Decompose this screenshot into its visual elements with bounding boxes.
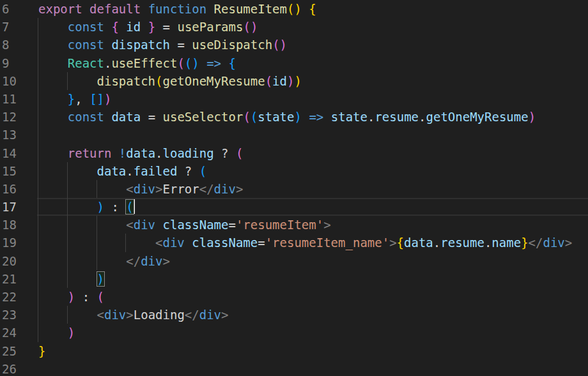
- whitespace: [155, 110, 162, 124]
- code-token-tag: >: [565, 236, 572, 250]
- line-number-20[interactable]: 20: [2, 252, 17, 270]
- code-line-18[interactable]: 18 <div className='resumeItem'>: [0, 216, 588, 234]
- whitespace: [185, 38, 192, 52]
- code-token-op: ?: [185, 164, 192, 178]
- code-text: const { id } = useParams(): [38, 18, 258, 36]
- code-token-op: .: [104, 56, 111, 70]
- line-number-15[interactable]: 15: [2, 162, 17, 180]
- code-line-24[interactable]: 24 ): [0, 324, 588, 342]
- code-token-b2: (: [243, 110, 250, 124]
- code-token-kw1: default: [89, 2, 141, 16]
- code-token-var: resume: [375, 110, 419, 124]
- whitespace: [302, 2, 309, 16]
- code-token-b3: (): [185, 56, 199, 70]
- whitespace: [170, 38, 177, 52]
- line-number-12[interactable]: 12: [2, 108, 17, 126]
- whitespace: [89, 290, 97, 304]
- whitespace: [229, 146, 236, 160]
- code-token-tag: <: [126, 218, 133, 232]
- whitespace: [192, 164, 199, 178]
- code-editor[interactable]: 6export default function ResumeItem() {7…: [0, 0, 588, 376]
- code-token-b3: (: [199, 164, 206, 178]
- code-token-b2: ): [68, 326, 75, 340]
- code-token-op: .: [155, 146, 162, 160]
- code-line-22[interactable]: 22 ) : (: [0, 288, 588, 306]
- code-token-op: :: [111, 200, 118, 214]
- code-token-op: =: [228, 218, 235, 232]
- code-line-9[interactable]: 9 React.useEffect(() => {: [0, 54, 588, 72]
- code-token-fn: useEffect: [111, 56, 177, 70]
- code-token-fn: dispatch: [97, 74, 156, 88]
- code-token-tag: >: [155, 182, 162, 196]
- code-token-var: className: [163, 218, 229, 232]
- code-token-tag: >: [323, 218, 330, 232]
- line-number-9[interactable]: 9: [2, 54, 9, 72]
- line-number-23[interactable]: 23: [2, 306, 17, 324]
- code-token-kw2: const: [68, 38, 104, 52]
- whitespace: [111, 146, 118, 160]
- code-line-19[interactable]: 19 <div className='resumeItem_name'>{dat…: [0, 234, 588, 252]
- line-number-17[interactable]: 17: [2, 198, 17, 216]
- line-number-8[interactable]: 8: [2, 36, 9, 54]
- code-text: </div>: [38, 252, 170, 270]
- code-token-var: className: [192, 236, 258, 250]
- whitespace: [38, 272, 97, 286]
- line-number-13[interactable]: 13: [2, 126, 17, 144]
- whitespace: [214, 146, 221, 160]
- line-number-25[interactable]: 25: [2, 342, 17, 360]
- line-number-6[interactable]: 6: [2, 0, 9, 18]
- code-text: }: [38, 342, 45, 360]
- code-line-23[interactable]: 23 <div>Loading</div>: [0, 306, 588, 324]
- code-token-fn: getOneMyResume: [162, 74, 265, 88]
- code-line-13[interactable]: 13: [0, 126, 588, 144]
- code-token-b3: []: [89, 92, 104, 106]
- code-line-8[interactable]: 8 const dispatch = useDispatch(): [0, 36, 588, 54]
- line-number-22[interactable]: 22: [2, 288, 17, 306]
- whitespace: [199, 56, 206, 70]
- code-token-tag: </: [126, 254, 141, 268]
- code-token-var: getOneMyResume: [426, 110, 529, 124]
- code-line-6[interactable]: 6export default function ResumeItem() {: [0, 0, 588, 18]
- line-number-18[interactable]: 18: [2, 216, 17, 234]
- code-token-kw1: export: [38, 2, 82, 16]
- code-line-11[interactable]: 11 }, []): [0, 90, 588, 108]
- line-number-19[interactable]: 19: [2, 234, 17, 252]
- whitespace: [82, 2, 89, 16]
- code-token-kw2: const: [68, 110, 104, 124]
- line-number-24[interactable]: 24: [2, 324, 17, 342]
- line-number-10[interactable]: 10: [2, 72, 17, 90]
- code-token-op: =: [163, 20, 170, 34]
- code-line-10[interactable]: 10 dispatch(getOneMyResume(id)): [0, 72, 588, 90]
- whitespace: [38, 56, 68, 70]
- code-token-op: .: [419, 110, 426, 124]
- code-token-op: =: [148, 110, 155, 124]
- line-number-11[interactable]: 11: [2, 90, 17, 108]
- code-token-b3: }: [68, 92, 75, 106]
- code-line-21[interactable]: 21 ): [0, 270, 588, 288]
- code-line-16[interactable]: 16 <div>Error</div>: [0, 180, 588, 198]
- line-number-14[interactable]: 14: [2, 144, 17, 162]
- code-token-kw2: !: [119, 146, 126, 160]
- whitespace: [38, 92, 68, 106]
- code-token-b3: ): [97, 200, 104, 214]
- code-line-26[interactable]: 26: [0, 360, 588, 376]
- code-line-15[interactable]: 15 data.failed ? (: [0, 162, 588, 180]
- code-line-7[interactable]: 7 const { id } = useParams(): [0, 18, 588, 36]
- line-number-16[interactable]: 16: [2, 180, 17, 198]
- line-number-7[interactable]: 7: [2, 18, 9, 36]
- whitespace: [177, 164, 184, 178]
- code-token-var: data: [111, 110, 141, 124]
- code-token-kw2: div: [199, 308, 221, 322]
- code-token-b2: ): [104, 92, 111, 106]
- whitespace: [38, 38, 68, 52]
- code-line-20[interactable]: 20 </div>: [0, 252, 588, 270]
- code-line-25[interactable]: 25}: [0, 342, 588, 360]
- code-token-op: =: [258, 236, 265, 250]
- code-line-17[interactable]: 17 ) : (: [0, 198, 588, 216]
- code-token-kw2: const: [68, 20, 104, 34]
- line-number-21[interactable]: 21: [2, 270, 17, 288]
- code-token-var: id: [272, 74, 287, 88]
- code-line-14[interactable]: 14 return !data.loading ? (: [0, 144, 588, 162]
- code-line-12[interactable]: 12 const data = useSelector((state) => s…: [0, 108, 588, 126]
- line-number-26[interactable]: 26: [2, 360, 17, 376]
